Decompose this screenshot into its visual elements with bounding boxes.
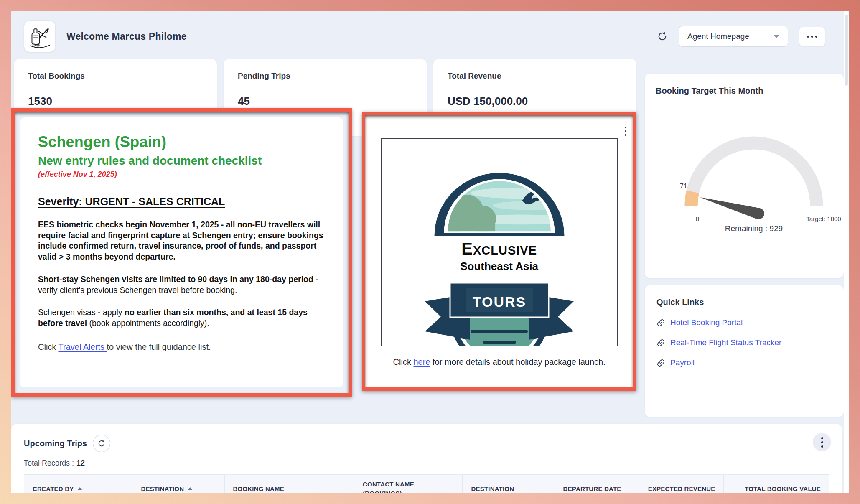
view-selector-dropdown[interactable]: Agent Homepage [679, 26, 788, 47]
highlight-box-travel-alert: Schengen (Spain) New entry rules and doc… [11, 108, 352, 397]
col-total-booking-value: TOTAL BOOKING VALUE [724, 475, 829, 493]
quick-link-flight-tracker[interactable]: Real-Time Flight Status Tracker [656, 338, 832, 347]
travel-alerts-link[interactable]: Travel Alerts [59, 342, 107, 351]
badge-line1: EXCLUSIVE [401, 239, 598, 258]
quick-link-hotel-booking[interactable]: Hotel Booking Portal [656, 318, 832, 327]
stat-label: Total Revenue [448, 71, 622, 81]
promo-image: EXCLUSIVE Southeast Asia [381, 138, 618, 346]
badge-dome-illustration [401, 150, 598, 237]
upcoming-trips-title: Upcoming Trips [24, 439, 87, 448]
col-destination[interactable]: DESTINATION [132, 475, 224, 493]
trips-kebab-menu[interactable] [813, 433, 831, 451]
col-booking-name: BOOKING NAME [225, 475, 355, 493]
trips-table: CREATED BY DESTINATION BOOKING NAME CONT… [24, 474, 829, 493]
alert-paragraph-1: EES biometric checks begin November 1, 2… [38, 219, 325, 262]
trips-table-header: CREATED BY DESTINATION BOOKING NAME CONT… [24, 475, 829, 493]
quick-link-payroll[interactable]: Payroll [656, 358, 832, 367]
booking-target-widget: Booking Target This Month 71 0 Target: 1… [645, 74, 844, 278]
gauge-value-label: 71 [680, 183, 687, 190]
scrollbar-thumb[interactable] [845, 15, 848, 86]
upcoming-trips-widget: Upcoming Trips Total Records :12 CREATED… [11, 424, 842, 493]
col-contact-name: CONTACT NAME (BOOKINGS) [354, 475, 463, 493]
tours-badge: EXCLUSIVE Southeast Asia [401, 150, 598, 346]
view-selector-value: Agent Homepage [687, 32, 749, 41]
alert-paragraph-2: Short-stay Schengen visits are limited t… [38, 274, 325, 295]
alert-effective-date: (effective Nov 1, 2025) [38, 170, 325, 179]
alert-paragraph-3: Schengen visas - apply no earlier than s… [38, 307, 325, 328]
alert-title: Schengen (Spain) [38, 133, 325, 151]
quick-links-title: Quick Links [656, 298, 832, 307]
alert-subtitle: New entry rules and document checklist [38, 154, 325, 168]
gauge-title: Booking Target This Month [656, 86, 833, 96]
quick-links-widget: Quick Links Hotel Booking Portal [645, 285, 844, 417]
highlight-box-promo: EXCLUSIVE Southeast Asia [362, 112, 636, 391]
agent-homepage: Welcome Marcus Philome Agent Homepage [11, 11, 849, 493]
promo-caption: Click here for more details about holida… [365, 357, 633, 367]
badge-ribbon-illustration: TOURS [401, 277, 598, 346]
link-icon [656, 339, 665, 347]
stat-value: 45 [238, 95, 412, 108]
page-title: Welcome Marcus Philome [66, 31, 187, 42]
booking-target-gauge: 71 0 Target: 1000 Remaining : 929 [656, 120, 849, 233]
annotation-frame: Welcome Marcus Philome Agent Homepage [0, 0, 860, 504]
chevron-down-icon [773, 35, 779, 38]
header-controls: Agent Homepage [657, 26, 836, 47]
total-records: Total Records :12 [24, 459, 829, 468]
gauge-target-label: Target: 1000 [806, 215, 841, 222]
promo-here-link[interactable]: here [414, 357, 430, 367]
gauge-remaining-label: Remaining : 929 [725, 224, 783, 233]
sort-asc-icon [77, 487, 82, 490]
highlighted-panels: Schengen (Spain) New entry rules and doc… [11, 108, 636, 397]
stat-label: Total Bookings [28, 71, 203, 81]
refresh-icon [97, 439, 106, 448]
travel-logo-icon [28, 24, 52, 48]
refresh-icon[interactable] [657, 31, 668, 42]
stat-label: Pending Trips [238, 71, 412, 81]
stat-value: USD 150,000.00 [448, 95, 622, 108]
col-departure-date: DEPARTURE DATE [555, 475, 639, 493]
col-destination-2: DESTINATION [463, 475, 555, 493]
scrollbar[interactable] [844, 11, 849, 493]
header: Welcome Marcus Philome Agent Homepage [11, 11, 849, 59]
link-icon [656, 359, 665, 367]
badge-ribbon-text: TOURS [472, 294, 526, 310]
promo-kebab-menu[interactable] [625, 127, 626, 136]
travel-alert-panel: Schengen (Spain) New entry rules and doc… [20, 117, 343, 387]
app-logo [24, 20, 56, 52]
gauge-min-label: 0 [696, 215, 699, 222]
more-options-button[interactable] [799, 27, 825, 46]
alert-severity: Severity: URGENT - SALES CRITICAL [38, 196, 325, 208]
sort-asc-icon [188, 487, 193, 490]
quick-link-label: Real-Time Flight Status Tracker [670, 338, 781, 347]
trips-refresh-button[interactable] [93, 435, 110, 452]
main-content: Total Bookings 1530 Pending Trips 45 Tot… [11, 59, 849, 417]
alert-cta: Click Travel Alerts to view the full gui… [38, 342, 325, 352]
quick-link-label: Hotel Booking Portal [670, 318, 743, 327]
gauge-needle [700, 197, 760, 219]
badge-line2: Southeast Asia [401, 260, 598, 273]
link-icon [656, 318, 665, 327]
stat-value: 1530 [28, 95, 203, 108]
col-expected-revenue: EXPECTED REVENUE [639, 475, 724, 493]
col-created-by[interactable]: CREATED BY [24, 475, 132, 493]
quick-link-label: Payroll [670, 358, 695, 367]
